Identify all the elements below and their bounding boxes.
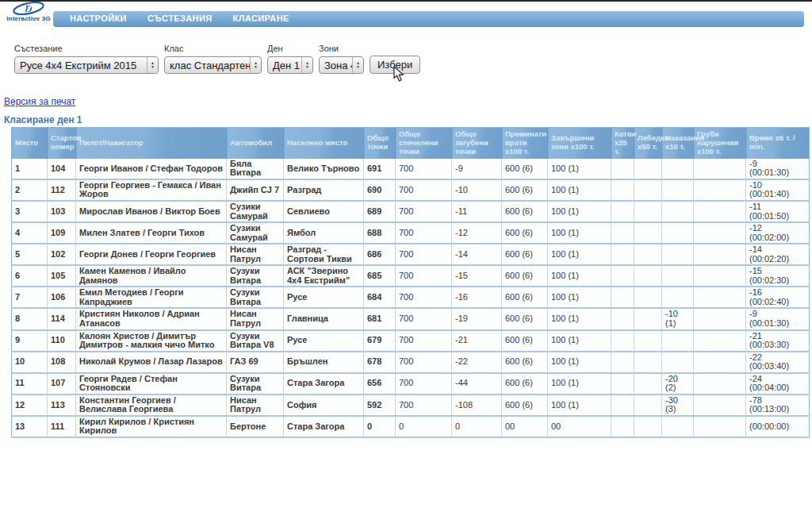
table-cell: -15 (00:02:30) — [746, 265, 810, 287]
table-cell: Георги Георгиев - Гемакса / Иван Жоров — [76, 179, 227, 201]
table-cell — [611, 244, 634, 265]
table-cell: -22 — [452, 352, 502, 373]
nav-item-settings[interactable]: НАСТРОЙКИ — [59, 13, 137, 23]
table-cell: Бръшлен — [284, 352, 364, 373]
table-cell: 13 — [12, 416, 48, 437]
table-cell: 0 — [452, 416, 502, 437]
table-cell: 108 — [48, 352, 76, 373]
select-arrows-icon: ▲▼ — [147, 57, 158, 73]
table-cell: Русе — [284, 330, 364, 352]
table-cell: 106 — [48, 287, 76, 308]
table-cell: 102 — [48, 244, 76, 265]
table-cell — [634, 159, 662, 179]
table-cell — [611, 330, 634, 352]
column-header: Преминати врати x100 т. — [502, 128, 548, 159]
day-select-value: Ден 1 — [268, 60, 301, 71]
table-cell: Сузуки Витара — [227, 373, 284, 394]
table-cell: 104 — [48, 159, 76, 179]
nav-item-competitions[interactable]: СЪСТЕЗАНИЯ — [137, 13, 223, 23]
table-row: 3103Мирослав Иванов / Виктор БоевСузики … — [12, 201, 810, 222]
table-cell: 7 — [12, 287, 48, 308]
zones-label: Зони — [319, 44, 364, 53]
table-cell: Георги Донев / Георги Георгиев — [76, 244, 227, 265]
competition-select[interactable]: Русе 4x4 Екстрийм 2015 ▲▼ — [14, 56, 159, 74]
table-cell: Кирил Кирилов / Кристиян Кирилов — [76, 416, 227, 437]
table-cell: Нисан Патрул — [227, 394, 284, 416]
table-cell: Сузики Самурай — [227, 201, 284, 222]
column-header: Пилот/Навигатор — [76, 128, 227, 159]
column-header: Място — [12, 128, 48, 159]
zones-select[interactable]: Зона 4 ▲▼ — [319, 56, 364, 74]
table-row: 7106Емил Методиев / Георги КапраджиевСуз… — [12, 287, 810, 308]
table-cell — [694, 308, 746, 329]
table-cell: 684 — [364, 287, 396, 308]
filter-group-zones: Зони Зона 4 ▲▼ — [319, 44, 364, 74]
class-select[interactable]: клас Стандартен ▲▼ — [164, 56, 262, 74]
table-cell: -15 — [452, 265, 502, 287]
table-cell: -21 — [452, 330, 502, 352]
table-cell — [634, 394, 662, 416]
table-cell: -22 (00:03:40) — [746, 352, 810, 373]
table-cell: 700 — [396, 308, 452, 329]
table-cell — [662, 330, 694, 352]
table-cell: Емил Методиев / Георги Капраджиев — [76, 287, 227, 308]
table-cell — [611, 287, 634, 308]
table-cell: -44 — [452, 373, 502, 394]
column-header: Завършени зони x100 т. — [548, 128, 611, 159]
table-cell: ГАЗ 69 — [227, 352, 284, 373]
table-cell: 700 — [396, 201, 452, 222]
table-cell: 691 — [364, 159, 396, 179]
class-label: Клас — [164, 44, 262, 53]
table-cell: Сузуки Витара — [227, 287, 284, 308]
table-cell — [611, 201, 634, 222]
table-cell: 679 — [364, 330, 396, 352]
select-submit-button[interactable]: Избери — [370, 56, 420, 74]
table-cell — [694, 373, 746, 394]
table-cell — [662, 201, 694, 222]
table-cell — [611, 265, 634, 287]
table-cell: 5 — [12, 244, 48, 265]
table-cell: 6 — [12, 265, 48, 287]
table-cell — [694, 179, 746, 201]
table-cell — [611, 179, 634, 201]
table-cell — [662, 222, 694, 244]
column-header: Груби нарушения x100 т. — [694, 128, 746, 159]
table-cell: -16 — [452, 287, 502, 308]
table-cell — [662, 179, 694, 201]
table-row: 11107Георги Радев / Стефан СтояновскиСуз… — [12, 373, 810, 394]
table-cell — [694, 352, 746, 373]
table-cell: 107 — [48, 373, 76, 394]
table-cell: 103 — [48, 201, 76, 222]
select-arrows-icon: ▲▼ — [250, 57, 261, 73]
table-cell — [634, 352, 662, 373]
table-cell: Сузуки Витара V8 — [227, 330, 284, 352]
table-cell: 678 — [364, 352, 396, 373]
column-header: Общо точки — [364, 128, 396, 159]
day-select[interactable]: Ден 1 ▲▼ — [267, 56, 313, 74]
column-header: Населено място — [284, 128, 364, 159]
table-cell: -108 — [452, 394, 502, 416]
print-version-link[interactable]: Версия за печат — [4, 96, 75, 107]
table-cell: 688 — [364, 222, 396, 244]
nav-item-rankings[interactable]: КЛАСИРАНЕ — [223, 13, 300, 23]
table-cell — [662, 352, 694, 373]
table-cell: -78 (00:13:00) — [746, 394, 810, 416]
table-cell — [662, 416, 694, 437]
table-cell: 686 — [364, 244, 396, 265]
table-cell: 100 (1) — [548, 265, 611, 287]
table-cell — [694, 265, 746, 287]
table-cell: 9 — [12, 330, 48, 352]
table-cell: -12 (00:02:00) — [746, 222, 810, 244]
table-cell: 700 — [396, 352, 452, 373]
column-header: Общо загубени точки — [452, 128, 502, 159]
column-header: Стартов номер — [48, 128, 76, 159]
table-cell: 111 — [48, 416, 76, 437]
table-cell — [694, 222, 746, 244]
table-cell: 100 (1) — [548, 308, 611, 329]
table-cell: 12 — [12, 394, 48, 416]
table-cell — [662, 159, 694, 179]
table-cell — [634, 373, 662, 394]
table-cell: 0 — [364, 416, 396, 437]
table-cell: 100 (1) — [548, 394, 611, 416]
app-logo: D Interactive 3G — [2, 2, 55, 22]
